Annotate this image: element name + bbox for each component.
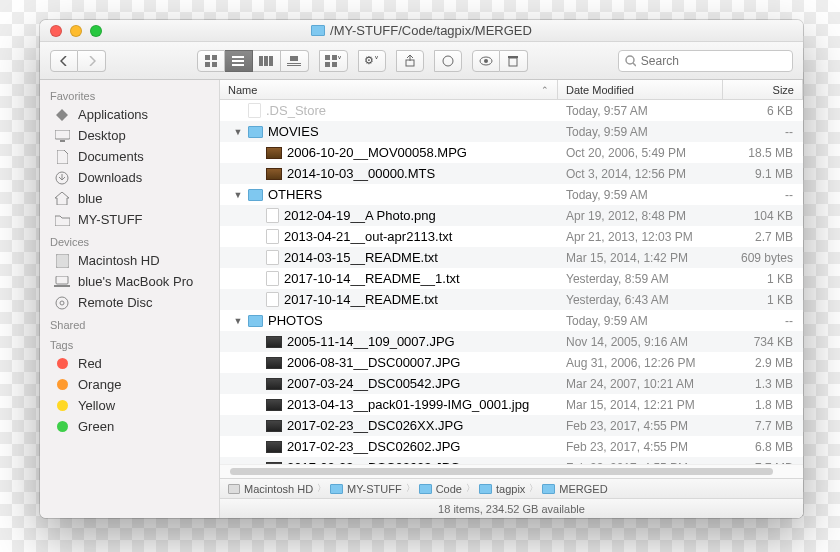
- desktop-icon: [54, 129, 70, 143]
- sidebar-item[interactable]: Macintosh HD: [40, 250, 219, 271]
- sidebar-item[interactable]: Applications: [40, 104, 219, 125]
- folder-icon: [330, 484, 343, 494]
- file-row[interactable]: 2017-02-23__DSC026XX.JPGFeb 23, 2017, 4:…: [220, 415, 803, 436]
- file-name: 2017-10-14__README.txt: [284, 292, 438, 307]
- path-segment[interactable]: tagpix: [479, 483, 525, 495]
- path-segment[interactable]: MY-STUFF: [330, 483, 402, 495]
- file-date: Feb 23, 2017, 4:55 PM: [558, 419, 723, 433]
- disclosure-triangle[interactable]: ▼: [233, 316, 243, 326]
- view-column-button[interactable]: [253, 50, 281, 72]
- column-date[interactable]: Date Modified: [558, 80, 723, 99]
- sidebar-item[interactable]: MY-STUFF: [40, 209, 219, 230]
- finder-window: /MY-STUFF/Code/tagpix/MERGED ˅ ⚙ ˅: [40, 20, 803, 518]
- file-row[interactable]: 2014-03-15__README.txtMar 15, 2014, 1:42…: [220, 247, 803, 268]
- home-icon: [54, 192, 70, 206]
- file-list[interactable]: .DS_StoreToday, 9:57 AM6 KB▼MOVIESToday,…: [220, 100, 803, 464]
- file-row[interactable]: ▼PHOTOSToday, 9:59 AM--: [220, 310, 803, 331]
- gear-icon: ⚙: [364, 54, 374, 67]
- file-size: --: [723, 125, 803, 139]
- back-button[interactable]: [50, 50, 78, 72]
- chevron-right-icon: 〉: [317, 482, 326, 495]
- svg-point-23: [626, 56, 634, 64]
- image-icon: [266, 336, 282, 348]
- tags-button[interactable]: [434, 50, 462, 72]
- sidebar-item[interactable]: Downloads: [40, 167, 219, 188]
- chevron-right-icon: 〉: [466, 482, 475, 495]
- file-row[interactable]: 2017-02-23__DSC02603.JPGFeb 23, 2017, 4:…: [220, 457, 803, 464]
- sidebar-item[interactable]: Desktop: [40, 125, 219, 146]
- share-icon: [404, 55, 416, 67]
- file-date: Yesterday, 6:43 AM: [558, 293, 723, 307]
- path-segment[interactable]: MERGED: [542, 483, 607, 495]
- sidebar-heading: Tags: [40, 333, 219, 353]
- quicklook-button[interactable]: [472, 50, 500, 72]
- file-row[interactable]: .DS_StoreToday, 9:57 AM6 KB: [220, 100, 803, 121]
- sidebar-item[interactable]: Remote Disc: [40, 292, 219, 313]
- search-field[interactable]: [618, 50, 793, 72]
- file-name: 2012-04-19__A Photo.png: [284, 208, 436, 223]
- column-size[interactable]: Size: [723, 80, 803, 99]
- column-name[interactable]: Name⌃: [220, 80, 558, 99]
- horizontal-scrollbar[interactable]: [220, 464, 803, 478]
- sidebar-item-label: Green: [78, 419, 114, 434]
- file-row[interactable]: 2006-08-31__DSC00007.JPGAug 31, 2006, 12…: [220, 352, 803, 373]
- doc-icon: [54, 150, 70, 164]
- window-title: /MY-STUFF/Code/tagpix/MERGED: [40, 23, 803, 38]
- search-input[interactable]: [641, 54, 786, 68]
- file-row[interactable]: 2013-04-21__out-apr2113.txtApr 21, 2013,…: [220, 226, 803, 247]
- svg-rect-29: [56, 276, 68, 284]
- trash-button[interactable]: [500, 50, 528, 72]
- svg-rect-0: [205, 55, 210, 60]
- action-button[interactable]: ⚙ ˅: [358, 50, 386, 72]
- file-row[interactable]: 2017-10-14__README__1.txtYesterday, 8:59…: [220, 268, 803, 289]
- disclosure-triangle[interactable]: ▼: [233, 127, 243, 137]
- sidebar-item[interactable]: blue's MacBook Pro: [40, 271, 219, 292]
- file-row[interactable]: ▼MOVIESToday, 9:59 AM--: [220, 121, 803, 142]
- file-row[interactable]: 2014-10-03__00000.MTSOct 3, 2014, 12:56 …: [220, 163, 803, 184]
- view-coverflow-button[interactable]: [281, 50, 309, 72]
- file-icon: [266, 292, 279, 307]
- path-segment[interactable]: Code: [419, 483, 462, 495]
- view-list-button[interactable]: [225, 50, 253, 72]
- chevron-right-icon: 〉: [529, 482, 538, 495]
- sidebar-item[interactable]: Green: [40, 416, 219, 437]
- sidebar-item[interactable]: Documents: [40, 146, 219, 167]
- file-date: Today, 9:57 AM: [558, 104, 723, 118]
- svg-rect-28: [56, 254, 69, 268]
- forward-button[interactable]: [78, 50, 106, 72]
- sidebar[interactable]: FavoritesApplicationsDesktopDocumentsDow…: [40, 80, 220, 518]
- titlebar[interactable]: /MY-STUFF/Code/tagpix/MERGED: [40, 20, 803, 42]
- file-row[interactable]: 2017-10-14__README.txtYesterday, 6:43 AM…: [220, 289, 803, 310]
- svg-rect-7: [259, 56, 263, 66]
- file-row[interactable]: 2017-02-23__DSC02602.JPGFeb 23, 2017, 4:…: [220, 436, 803, 457]
- file-name: 2017-02-23__DSC02602.JPG: [287, 439, 460, 454]
- image-icon: [266, 441, 282, 453]
- sidebar-item[interactable]: Orange: [40, 374, 219, 395]
- path-bar[interactable]: Macintosh HD〉MY-STUFF〉Code〉tagpix〉MERGED: [220, 478, 803, 498]
- file-row[interactable]: 2012-04-19__A Photo.pngApr 19, 2012, 8:4…: [220, 205, 803, 226]
- path-segment[interactable]: Macintosh HD: [228, 483, 313, 495]
- tag-dot-icon: [54, 399, 70, 413]
- file-icon: [266, 271, 279, 286]
- arrange-button[interactable]: ˅: [319, 50, 348, 72]
- sidebar-item[interactable]: Yellow: [40, 395, 219, 416]
- file-row[interactable]: ▼OTHERSToday, 9:59 AM--: [220, 184, 803, 205]
- view-icon-button[interactable]: [197, 50, 225, 72]
- svg-rect-13: [325, 55, 330, 60]
- sidebar-item-label: blue's MacBook Pro: [78, 274, 193, 289]
- file-row[interactable]: 2007-03-24__DSC00542.JPGMar 24, 2007, 10…: [220, 373, 803, 394]
- sidebar-item[interactable]: Red: [40, 353, 219, 374]
- toolbar: ˅ ⚙ ˅: [40, 42, 803, 80]
- file-date: Feb 23, 2017, 4:55 PM: [558, 440, 723, 454]
- svg-rect-5: [232, 60, 244, 62]
- hdd-icon: [228, 484, 240, 494]
- disclosure-triangle[interactable]: ▼: [233, 190, 243, 200]
- folder-icon: [248, 126, 263, 138]
- sidebar-item[interactable]: blue: [40, 188, 219, 209]
- file-row[interactable]: 2005-11-14__109_0007.JPGNov 14, 2005, 9:…: [220, 331, 803, 352]
- share-button[interactable]: [396, 50, 424, 72]
- file-row[interactable]: 2013-04-13__pack01-1999-IMG_0001.jpgMar …: [220, 394, 803, 415]
- file-icon: [266, 229, 279, 244]
- file-row[interactable]: 2006-10-20__MOV00058.MPGOct 20, 2006, 5:…: [220, 142, 803, 163]
- file-size: 9.1 MB: [723, 167, 803, 181]
